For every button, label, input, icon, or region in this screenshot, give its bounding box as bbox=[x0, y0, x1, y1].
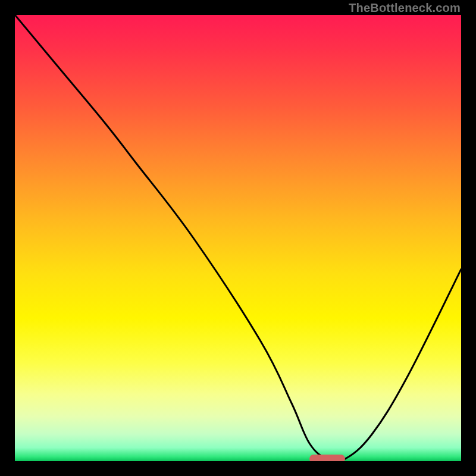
outer-frame: TheBottleneck.com bbox=[0, 0, 476, 476]
watermark-text: TheBottleneck.com bbox=[349, 1, 461, 15]
optimal-marker bbox=[309, 455, 345, 461]
curve-layer bbox=[15, 15, 461, 461]
bottleneck-curve bbox=[15, 15, 461, 461]
plot-area bbox=[15, 15, 461, 461]
